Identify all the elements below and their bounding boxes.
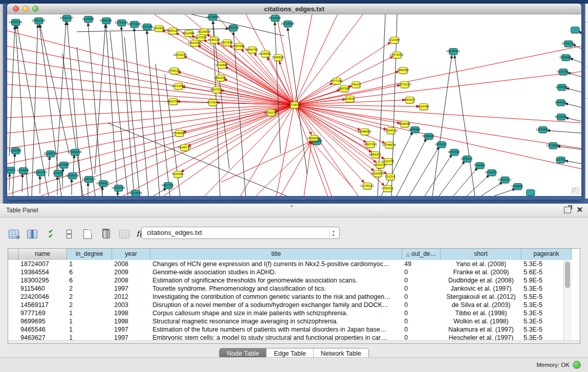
cell-name[interactable]: 9115460 [18,285,67,293]
cell-short[interactable]: Wolkin et al. (1998) [441,317,521,325]
cell-year[interactable]: 1997 [112,285,150,293]
close-panel-icon[interactable]: ✕ [576,206,583,213]
cell-year[interactable]: 2012 [112,293,150,301]
cell-out_degree[interactable]: 49 [402,260,441,268]
table-row[interactable]: 977716911998Corpus callosum shape and si… [8,309,572,317]
cell-year[interactable]: 1998 [112,309,150,317]
cell-title[interactable]: Corpus callosum shape and size in male p… [150,309,402,317]
table-row[interactable]: 946554611997Estimation of the future num… [8,325,572,334]
vertical-scrollbar[interactable] [563,260,572,342]
graph-node-label: 8454743 [246,48,257,51]
cell-name[interactable]: 14569117 [18,301,67,309]
cell-out_degree[interactable]: 0 [402,285,441,293]
cell-in_degree[interactable]: 2 [67,293,112,301]
cell-in_degree[interactable]: 1 [67,260,112,268]
cell-title[interactable]: Estimation of significance thresholds fo… [150,276,402,285]
table-row[interactable]: 1830029562008Estimation of significance … [8,276,572,285]
cell-short[interactable]: Yano et al. (2008) [441,260,521,268]
cell-title[interactable]: Disruption of a novel member of a sodium… [150,301,402,309]
cell-short[interactable]: Dudbridge et al. (2008) [441,276,521,285]
cell-in_degree[interactable]: 2 [67,301,112,309]
cell-short[interactable]: Franke et al. (2009) [441,268,521,276]
table-row[interactable]: 1456911722003Disruption of a novel membe… [8,301,572,309]
cell-title[interactable]: Investigating the contribution of common… [150,293,402,301]
table-row[interactable]: 969969511998Structural magnetic resonanc… [8,317,572,325]
cell-short[interactable]: de Silva et al. (2003) [441,301,521,309]
column-header-out_degree[interactable]: △ out_de… [402,249,441,260]
rows-button[interactable] [62,227,76,240]
resize-grip-icon[interactable] [571,187,579,194]
cell-in_degree[interactable]: 6 [67,276,112,285]
table-row[interactable]: 1872400712008Changes of HCN gene express… [8,260,572,268]
window-titlebar[interactable]: citations_edges.txt [7,4,581,14]
cell-name[interactable]: 22420046 [18,293,67,301]
graph-node-label: 2620650 [9,149,21,152]
cell-out_degree[interactable]: 0 [402,293,441,301]
table-toolbar: ⚙ ✔✔ f(x) [7,225,149,243]
graph-node[interactable] [571,27,579,33]
column-header-year[interactable]: year [112,249,150,260]
cell-out_degree[interactable]: 0 [402,309,441,317]
table-settings-button[interactable]: ⚙ [7,227,20,240]
cell-year[interactable]: 2008 [112,276,150,285]
cell-name[interactable]: 9699695 [18,317,67,325]
delete-table-button[interactable] [99,227,113,240]
cell-name[interactable]: 18300295 [18,276,67,285]
cell-title[interactable]: Tourette syndrome. Phenomenology and cla… [150,285,402,293]
cell-in_degree[interactable]: 1 [67,309,112,317]
cell-out_degree[interactable]: 0 [402,276,441,285]
graph-node-label: 9884067 [369,153,381,156]
graph-node-label: 7857224 [227,26,238,29]
cell-name[interactable]: 9777169 [18,309,67,317]
cell-out_degree[interactable]: 0 [402,325,441,334]
cell-out_degree[interactable]: 0 [402,301,441,309]
table-row[interactable]: 1938455462009Genome-wide association stu… [8,268,572,276]
cell-year[interactable]: 2009 [112,268,150,276]
cell-year[interactable]: 1997 [112,325,150,334]
column-header-name[interactable]: name [18,249,67,260]
cell-title[interactable]: Estimation of the future numbers of pati… [150,325,402,334]
cell-year[interactable]: 2003 [112,301,150,309]
cell-name[interactable]: 19384554 [18,268,67,276]
table-row[interactable]: 2242004622012Investigating the contribut… [8,293,572,301]
cell-year[interactable]: 1998 [112,317,150,325]
graph-node-label: 9497568 [338,87,350,90]
cell-in_degree[interactable]: 1 [67,317,112,325]
splitter-handle-icon[interactable]: ▴ [291,203,293,208]
select-checks-button[interactable]: ✔✔ [44,227,57,240]
cell-name[interactable]: 9465546 [18,325,67,334]
cell-out_degree[interactable]: 0 [402,317,441,325]
cell-in_degree[interactable]: 2 [67,285,112,293]
table-selector-dropdown[interactable]: citations_edges.txt ▲▼ [141,227,340,239]
graph-node-label: 12042757 [34,171,48,174]
column-header-title[interactable]: title [150,249,402,260]
scrollbar-thumb[interactable] [565,261,570,288]
cell-title[interactable]: Genome-wide association studies in ADHD. [150,268,402,276]
graph-node-label: 114519 [53,171,63,174]
cell-title[interactable]: Changes of HCN gene expression and I(f) … [150,260,402,268]
column-chooser-button[interactable] [26,227,39,240]
graph-node-label: 10958107 [96,182,110,185]
row-gutter-cell [8,317,18,325]
cell-out_degree[interactable]: 0 [402,268,441,276]
column-header-in_degree[interactable]: in_degree [67,249,112,260]
cell-title[interactable]: Structural magnetic resonance image aver… [150,317,402,325]
network-canvas[interactable]: 1405572420691406106532471527602696616010… [7,14,581,196]
graph-node-label: 20691406 [32,19,46,22]
graph-node[interactable] [526,189,535,196]
cell-short[interactable]: Jankovic et al. (1997) [441,285,521,293]
graph-node-label: 14671368 [127,23,141,26]
cell-in_degree[interactable]: 1 [67,325,112,334]
cell-short[interactable]: Stergiakouli et al. (2012) [441,293,521,301]
cell-name[interactable]: 18724007 [18,260,67,268]
column-header-short[interactable]: short [441,249,521,260]
cell-in_degree[interactable]: 6 [67,268,112,276]
cell-year[interactable]: 2008 [112,260,150,268]
cell-short[interactable]: Nakamura et al. (1997) [441,325,521,334]
column-header-pagerank[interactable]: pagerank [521,249,572,260]
graph-node-label: 17359928 [68,150,82,154]
new-table-button[interactable] [81,227,94,240]
table-row[interactable]: 911546021997Tourette syndrome. Phenomeno… [8,285,572,293]
cell-short[interactable]: Tibbo et al. (1998) [441,309,521,317]
float-panel-icon[interactable] [564,207,571,213]
